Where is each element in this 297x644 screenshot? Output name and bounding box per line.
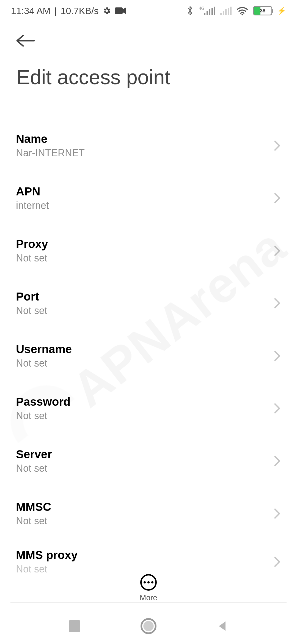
back-button[interactable] xyxy=(15,34,36,48)
row-value: Not set xyxy=(16,358,72,369)
wifi-icon xyxy=(237,6,248,15)
row-name[interactable]: Name Nar-INTERNET xyxy=(0,119,297,172)
row-port[interactable]: Port Not set xyxy=(0,277,297,329)
bluetooth-icon xyxy=(187,6,193,16)
row-value: Not set xyxy=(16,305,47,316)
chevron-right-icon xyxy=(273,455,281,467)
row-value: Not set xyxy=(16,463,52,474)
status-sep: | xyxy=(54,6,57,16)
chevron-right-icon xyxy=(273,556,281,568)
nav-recent-button[interactable] xyxy=(69,620,80,632)
status-speed: 10.7KB/s xyxy=(61,6,99,16)
battery-icon: 38 xyxy=(253,6,272,15)
more-icon xyxy=(140,574,157,591)
gear-icon xyxy=(102,6,111,15)
svg-rect-0 xyxy=(115,7,123,14)
row-label: Password xyxy=(16,395,70,408)
row-label: MMS proxy xyxy=(16,549,78,562)
row-server[interactable]: Server Not set xyxy=(0,435,297,487)
signal-sim2-icon xyxy=(220,7,232,15)
row-label: Username xyxy=(16,343,72,356)
signal-sim1-icon xyxy=(204,7,215,15)
system-nav-bar xyxy=(0,608,297,644)
more-label: More xyxy=(140,593,157,602)
row-value: Not set xyxy=(16,563,78,575)
divider xyxy=(10,602,287,603)
row-proxy[interactable]: Proxy Not set xyxy=(0,224,297,277)
row-value: Not set xyxy=(16,252,48,264)
chevron-right-icon xyxy=(273,140,281,152)
settings-list: Name Nar-INTERNET APN internet Proxy Not… xyxy=(0,119,297,584)
row-label: MMSC xyxy=(16,500,51,514)
more-button[interactable]: More xyxy=(0,574,297,602)
nav-back-button[interactable] xyxy=(217,620,228,632)
page-title: Edit access point xyxy=(0,66,297,89)
row-username[interactable]: Username Not set xyxy=(0,329,297,382)
status-time: 11:34 AM xyxy=(11,6,51,16)
charging-icon: ⚡ xyxy=(277,7,286,15)
camera-icon xyxy=(115,7,126,15)
battery-level: 38 xyxy=(254,8,271,14)
chevron-right-icon xyxy=(273,297,281,309)
row-value: Not set xyxy=(16,410,70,422)
row-label: Name xyxy=(16,132,85,146)
svg-point-1 xyxy=(241,14,243,15)
nav-home-button[interactable] xyxy=(141,618,156,634)
row-label: APN xyxy=(16,185,49,198)
chevron-right-icon xyxy=(273,507,281,520)
row-value: internet xyxy=(16,200,49,211)
row-label: Port xyxy=(16,290,47,303)
chevron-right-icon xyxy=(273,192,281,204)
net-type-label: 4G xyxy=(199,6,205,11)
chevron-right-icon xyxy=(273,245,281,257)
chevron-right-icon xyxy=(273,402,281,414)
row-value: Not set xyxy=(16,515,51,527)
row-value: Nar-INTERNET xyxy=(16,147,85,159)
row-label: Server xyxy=(16,448,52,461)
row-label: Proxy xyxy=(16,238,48,251)
row-mmsc[interactable]: MMSC Not set xyxy=(0,487,297,540)
row-apn[interactable]: APN internet xyxy=(0,172,297,224)
chevron-right-icon xyxy=(273,350,281,362)
row-password[interactable]: Password Not set xyxy=(0,382,297,435)
status-bar: 11:34 AM | 10.7KB/s 4G 38 ⚡ xyxy=(0,0,297,21)
